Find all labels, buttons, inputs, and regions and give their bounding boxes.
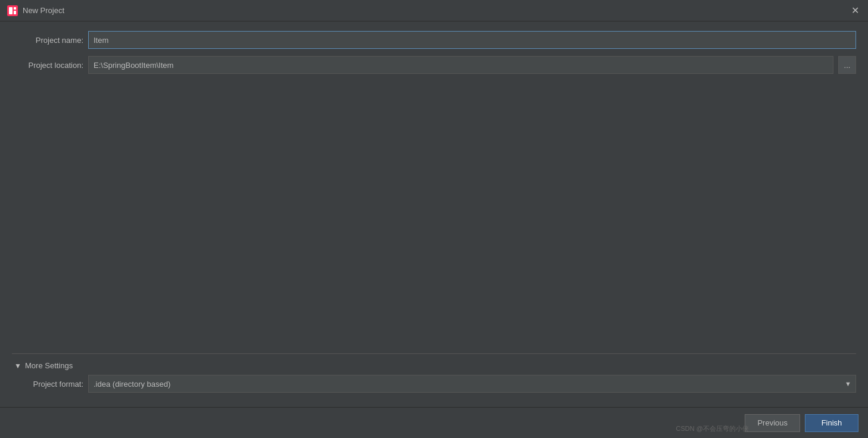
project-format-label: Project format: xyxy=(12,380,83,389)
project-location-label: Project location: xyxy=(12,61,83,70)
dialog-footer: Previous Finish xyxy=(0,407,868,438)
project-name-input[interactable] xyxy=(88,31,856,49)
project-location-row: Project location: ... xyxy=(12,56,856,74)
project-format-wrapper: .idea (directory based) .ipr (file based… xyxy=(88,375,856,393)
watermark-text: CSDN @不会压弯的小侠 xyxy=(676,424,749,433)
svg-rect-1 xyxy=(9,7,13,14)
intellij-icon xyxy=(7,5,18,16)
close-button[interactable]: ✕ xyxy=(849,5,861,17)
chevron-down-icon: ▼ xyxy=(14,362,23,370)
svg-rect-3 xyxy=(14,11,16,14)
finish-button[interactable]: Finish xyxy=(805,414,858,432)
project-name-label: Project name: xyxy=(12,36,83,45)
dialog-title: New Project xyxy=(23,6,64,15)
more-settings-label: More Settings xyxy=(25,361,73,370)
title-bar-left: New Project xyxy=(7,5,64,16)
content-spacer xyxy=(12,81,856,346)
project-name-row: Project name: xyxy=(12,31,856,49)
title-bar: New Project ✕ xyxy=(0,0,868,21)
more-settings-section: ▼ More Settings Project format: .idea (d… xyxy=(12,353,856,397)
previous-button[interactable]: Previous xyxy=(745,414,800,432)
project-format-row: Project format: .idea (directory based) … xyxy=(12,375,856,397)
svg-rect-2 xyxy=(14,7,16,10)
more-settings-header[interactable]: ▼ More Settings xyxy=(12,359,856,375)
project-format-select[interactable]: .idea (directory based) .ipr (file based… xyxy=(88,375,856,393)
new-project-dialog: New Project ✕ Project name: Project loca… xyxy=(0,0,868,438)
project-location-input[interactable] xyxy=(88,56,833,74)
dialog-content: Project name: Project location: ... ▼ Mo… xyxy=(0,21,868,407)
browse-button[interactable]: ... xyxy=(838,56,856,74)
